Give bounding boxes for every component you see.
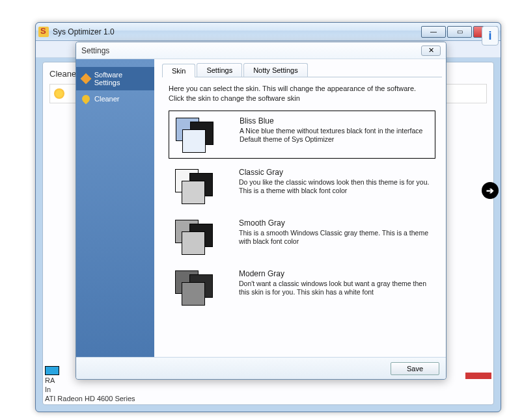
sidebar-item-label: Cleaner [94,95,120,103]
skin-option[interactable]: Smooth GrayThis is a smooth Windows Clas… [169,213,435,260]
skin-description: This is a smooth Windows Classic gray th… [239,229,430,246]
maximize-button[interactable]: ▭ [447,26,472,38]
skin-option[interactable]: Classic GrayDo you like the classic wind… [169,163,435,209]
skin-preview [174,168,226,204]
gpu-chip-icon [45,366,59,375]
main-titlebar[interactable]: Sys Optimizer 1.0 — ▭ ✕ [36,23,501,41]
skin-option[interactable]: Bliss BlueA Nice blue theme without text… [169,111,435,159]
tab-strip: Skin Settings Notty Settings [162,63,442,77]
sun-icon [54,88,64,99]
skin-description: Don't want a classic windows look but wa… [239,280,430,297]
skin-name: Classic Gray [239,168,430,177]
settings-sidebar: Software Settings Cleaner [76,59,154,357]
tab-panel-skin: Here you can select the skin. This will … [162,77,442,317]
settings-main: Skin Settings Notty Settings Here you ca… [154,59,446,357]
save-button[interactable]: Save [391,362,439,375]
skin-description: A Nice blue theme without textures black… [240,127,430,144]
settings-dialog-title: Settings [81,46,421,55]
sidebar-item-label: Software Settings [94,71,149,86]
app-icon [38,27,49,37]
skin-description: Do you like the classic windows look the… [239,178,430,196]
tab-notty-settings[interactable]: Notty Settings [243,63,307,77]
status-line-3: ATI Radeon HD 4600 Series [45,395,491,402]
tab-settings[interactable]: Settings [197,63,242,77]
broom-icon [81,94,90,103]
settings-dialog: Settings ✕ Software Settings Cleaner Ski… [76,42,447,380]
skin-info: Modern GrayDon't want a classic windows … [239,269,430,306]
skin-preview [174,116,227,153]
skin-info: Smooth GrayThis is a smooth Windows Clas… [239,218,430,255]
settings-titlebar[interactable]: Settings ✕ [76,42,446,59]
status-line-2: In [45,386,491,393]
status-progress-red [465,373,491,379]
skin-intro-text: Here you can select the skin. This will … [169,84,435,104]
skin-option[interactable]: AModern GrayDon't want a classic windows… [169,264,435,311]
info-button[interactable]: i [482,26,499,46]
skin-info: Classic GrayDo you like the classic wind… [239,168,430,204]
minimize-button[interactable]: — [421,26,446,38]
skin-preview: A [174,269,226,306]
sidebar-item-software-settings[interactable]: Software Settings [76,67,154,90]
settings-close-button[interactable]: ✕ [421,46,441,56]
tab-skin[interactable]: Skin [162,64,195,77]
skin-name: Bliss Blue [240,116,430,125]
skin-name: Smooth Gray [239,218,430,228]
next-arrow-button[interactable]: ➔ [482,182,499,199]
main-window-title: Sys Optimizer 1.0 [53,27,421,36]
sidebar-item-cleaner[interactable]: Cleaner [76,90,154,107]
skin-preview [174,218,226,255]
tools-icon [81,74,90,83]
skin-name: Modern Gray [239,269,430,278]
settings-footer: Save [76,357,446,379]
skin-info: Bliss BlueA Nice blue theme without text… [240,116,430,153]
